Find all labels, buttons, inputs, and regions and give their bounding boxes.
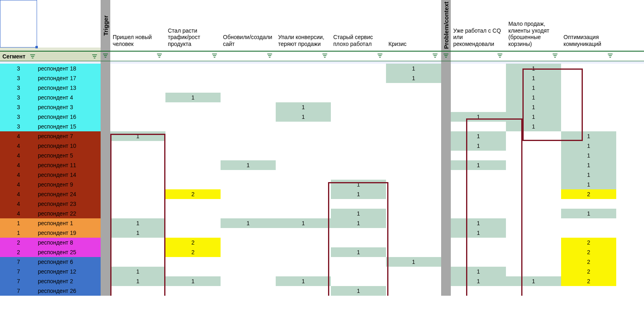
data-cell[interactable]: 1 (561, 209, 616, 218)
data-cell[interactable] (221, 180, 276, 189)
data-cell[interactable] (331, 170, 386, 180)
data-cell[interactable]: 1 (561, 170, 616, 180)
segment-cell[interactable]: 1 (0, 228, 37, 238)
respondent-cell[interactable]: респондент 16 (37, 112, 101, 122)
data-cell[interactable] (386, 199, 441, 209)
segment-cell[interactable]: 3 (0, 83, 37, 93)
table-row[interactable]: 1респондент 1911 (0, 228, 644, 238)
filter-icon[interactable] (102, 53, 109, 58)
segment-cell[interactable]: 4 (0, 160, 37, 170)
filter-cell[interactable] (165, 52, 221, 61)
respondent-cell[interactable]: респондент 10 (37, 141, 101, 151)
data-cell[interactable] (110, 93, 165, 102)
table-row[interactable]: 7респондент 261 (0, 286, 644, 296)
data-cell[interactable] (331, 228, 386, 238)
data-cell[interactable]: 1 (451, 228, 506, 238)
data-cell[interactable] (221, 93, 276, 102)
data-cell[interactable] (451, 189, 506, 199)
data-cell[interactable] (276, 209, 331, 218)
data-cell[interactable] (386, 247, 441, 257)
data-cell[interactable] (451, 199, 506, 209)
data-cell[interactable] (386, 151, 441, 160)
data-cell[interactable]: 1 (451, 141, 506, 151)
table-row[interactable]: 4респондент 911 (0, 180, 644, 189)
data-cell[interactable] (165, 131, 221, 141)
table-row[interactable]: 4респондент 7111 (0, 131, 644, 141)
data-cell[interactable]: 2 (561, 247, 616, 257)
data-cell[interactable] (506, 286, 561, 296)
col-header[interactable]: Обновили/создали сайт (221, 0, 276, 51)
data-cell[interactable] (451, 83, 506, 93)
data-cell[interactable] (506, 160, 561, 170)
segment-cell[interactable]: 3 (0, 102, 37, 112)
respondent-cell[interactable]: респондент 14 (37, 170, 101, 180)
data-cell[interactable]: 2 (561, 267, 616, 276)
data-cell[interactable] (506, 151, 561, 160)
col-header[interactable]: Мало продаж, клиенты уходят (брошенные к… (506, 0, 561, 51)
data-cell[interactable]: 1 (561, 141, 616, 151)
data-cell[interactable] (331, 257, 386, 267)
data-cell[interactable] (110, 64, 165, 73)
respondent-cell[interactable]: респондент 3 (37, 102, 101, 112)
data-cell[interactable] (386, 276, 441, 286)
data-cell[interactable] (165, 83, 221, 93)
data-cell[interactable] (561, 102, 616, 112)
data-cell[interactable]: 1 (561, 131, 616, 141)
data-cell[interactable] (221, 189, 276, 199)
data-cell[interactable] (451, 238, 506, 247)
data-cell[interactable] (110, 257, 165, 267)
col-header[interactable]: Стал расти трафик/рост продукта (165, 0, 221, 51)
data-cell[interactable] (276, 64, 331, 73)
data-cell[interactable] (221, 122, 276, 131)
data-cell[interactable]: 1 (561, 180, 616, 189)
data-cell[interactable]: 1 (165, 276, 221, 286)
segment-cell[interactable]: 3 (0, 112, 37, 122)
segment-cell[interactable]: 1 (0, 218, 37, 228)
data-cell[interactable] (221, 112, 276, 122)
segment-cell[interactable]: 7 (0, 286, 37, 296)
segment-cell[interactable]: 7 (0, 276, 37, 286)
filter-icon[interactable] (551, 53, 559, 58)
filter-cell[interactable] (561, 52, 616, 61)
data-cell[interactable]: 1 (506, 112, 561, 122)
data-cell[interactable] (451, 286, 506, 296)
data-cell[interactable]: 1 (451, 276, 506, 286)
data-cell[interactable] (165, 151, 221, 160)
data-cell[interactable]: 1 (276, 276, 331, 286)
data-cell[interactable] (506, 267, 561, 276)
data-cell[interactable] (451, 122, 506, 131)
data-cell[interactable] (276, 73, 331, 83)
data-cell[interactable] (221, 64, 276, 73)
data-cell[interactable] (331, 102, 386, 112)
data-cell[interactable] (561, 286, 616, 296)
data-cell[interactable] (561, 64, 616, 73)
table-row[interactable]: 2респондент 25212 (0, 247, 644, 257)
table-row[interactable]: 7респондент 12112 (0, 267, 644, 276)
data-cell[interactable] (221, 170, 276, 180)
data-cell[interactable]: 2 (165, 238, 221, 247)
table-row[interactable]: 3респондент 1811 (0, 64, 644, 73)
data-cell[interactable]: 1 (110, 228, 165, 238)
segment-cell[interactable]: 4 (0, 151, 37, 160)
data-cell[interactable] (221, 83, 276, 93)
col-header[interactable]: Упали конверсии, теряют продажи (276, 0, 331, 51)
data-cell[interactable]: 2 (561, 276, 616, 286)
filter-icon[interactable] (376, 53, 384, 58)
data-cell[interactable]: 1 (451, 131, 506, 141)
data-cell[interactable] (221, 238, 276, 247)
data-cell[interactable] (386, 93, 441, 102)
data-cell[interactable] (276, 180, 331, 189)
filter-cell[interactable] (276, 52, 331, 61)
data-cell[interactable]: 1 (110, 218, 165, 228)
data-cell[interactable] (110, 199, 165, 209)
data-cell[interactable] (386, 112, 441, 122)
data-cell[interactable] (506, 257, 561, 267)
data-cell[interactable]: 1 (506, 64, 561, 73)
data-cell[interactable] (276, 131, 331, 141)
data-cell[interactable] (276, 170, 331, 180)
data-cell[interactable] (165, 64, 221, 73)
data-cell[interactable]: 2 (561, 257, 616, 267)
data-cell[interactable] (506, 199, 561, 209)
respondent-cell[interactable]: респондент 13 (37, 83, 101, 93)
data-cell[interactable] (331, 93, 386, 102)
